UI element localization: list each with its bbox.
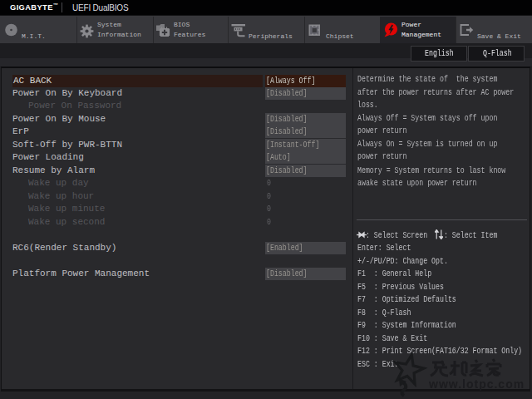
svg-text:www.lotpc.com: www.lotpc.com xyxy=(428,377,525,391)
